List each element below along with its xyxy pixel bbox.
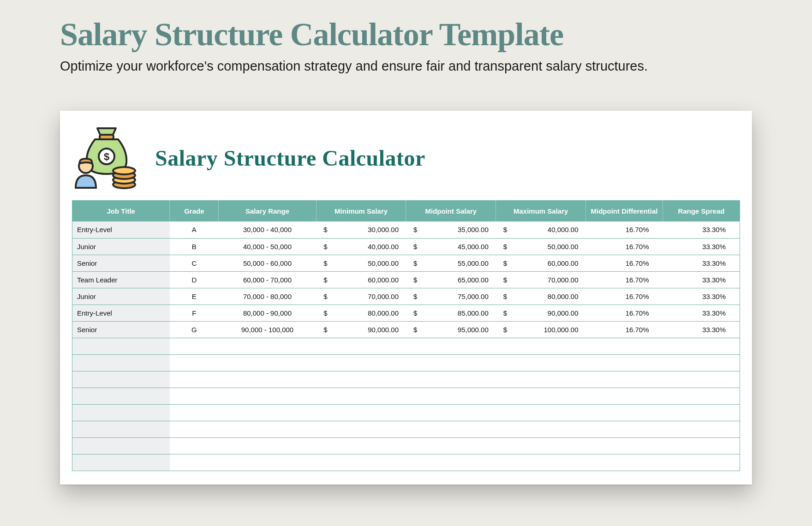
cell-grade: B xyxy=(170,238,219,255)
col-header-3: Minimum Salary xyxy=(316,201,406,222)
cell-mid: $45,000.00 xyxy=(406,238,496,255)
cell-min: $80,000.00 xyxy=(316,305,406,321)
cell-max: $60,000.00 xyxy=(496,255,586,271)
cell-min: $60,000.00 xyxy=(316,271,406,288)
table-row-empty xyxy=(72,454,740,471)
col-header-4: Midpoint Salary xyxy=(406,201,496,222)
spreadsheet-card: $ Salary Structure Calculator Job TitleG… xyxy=(60,111,752,484)
cell-max: $100,000.00 xyxy=(496,321,586,338)
cell-mid: $55,000.00 xyxy=(406,255,496,271)
cell-max: $40,000.00 xyxy=(496,221,586,238)
table-header-row: Job TitleGradeSalary RangeMinimum Salary… xyxy=(72,201,740,222)
cell-spread: 33.30% xyxy=(663,288,740,305)
cell-job: Senior xyxy=(72,255,170,271)
cell-diff: 16.70% xyxy=(586,271,663,288)
cell-job: Junior xyxy=(72,288,170,305)
table-row-empty xyxy=(72,421,740,437)
cell-diff: 16.70% xyxy=(586,238,663,255)
cell-grade: F xyxy=(170,305,219,321)
cell-max: $70,000.00 xyxy=(496,271,586,288)
col-header-0: Job Title xyxy=(72,201,170,222)
cell-job: Entry-Level xyxy=(72,221,170,238)
col-header-1: Grade xyxy=(170,201,219,222)
cell-job: Team Leader xyxy=(72,271,170,288)
cell-min: $90,000.00 xyxy=(316,321,406,338)
table-row: Team LeaderD60,000 - 70,000$60,000.00$65… xyxy=(72,271,740,288)
table-row-empty xyxy=(72,404,740,421)
cell-job: Entry-Level xyxy=(72,305,170,321)
cell-spread: 33.30% xyxy=(663,321,740,338)
cell-range: 90,000 - 100,000 xyxy=(219,321,316,338)
cell-diff: 16.70% xyxy=(586,221,663,238)
cell-min: $40,000.00 xyxy=(316,238,406,255)
col-header-6: Midpoint Differential xyxy=(586,201,663,222)
cell-grade: G xyxy=(170,321,219,338)
cell-job: Junior xyxy=(72,238,170,255)
cell-diff: 16.70% xyxy=(586,305,663,321)
cell-min: $70,000.00 xyxy=(316,288,406,305)
table-row-empty xyxy=(72,437,740,454)
cell-spread: 33.30% xyxy=(663,271,740,288)
cell-mid: $65,000.00 xyxy=(406,271,496,288)
cell-mid: $95,000.00 xyxy=(406,321,496,338)
cell-max: $80,000.00 xyxy=(496,288,586,305)
col-header-7: Range Spread xyxy=(663,201,740,222)
table-row: SeniorC50,000 - 60,000$50,000.00$55,000.… xyxy=(72,255,740,271)
table-row: JuniorE70,000 - 80,000$70,000.00$75,000.… xyxy=(72,288,740,305)
table-row: JuniorB40,000 - 50,000$40,000.00$45,000.… xyxy=(72,238,740,255)
cell-min: $50,000.00 xyxy=(316,255,406,271)
table-row: Entry-LevelF80,000 - 90,000$80,000.00$85… xyxy=(72,305,740,321)
cell-range: 70,000 - 80,000 xyxy=(219,288,316,305)
svg-point-7 xyxy=(113,167,135,174)
cell-range: 30,000 - 40,000 xyxy=(219,221,316,238)
cell-diff: 16.70% xyxy=(586,255,663,271)
card-header: $ Salary Structure Calculator xyxy=(60,111,752,200)
table-row-empty xyxy=(72,338,740,354)
cell-range: 60,000 - 70,000 xyxy=(219,271,316,288)
cell-spread: 33.30% xyxy=(663,238,740,255)
table-row: SeniorG90,000 - 100,000$90,000.00$95,000… xyxy=(72,321,740,338)
cell-min: $30,000.00 xyxy=(316,221,406,238)
col-header-5: Maximum Salary xyxy=(496,201,586,222)
cell-mid: $85,000.00 xyxy=(406,305,496,321)
card-title: Salary Structure Calculator xyxy=(155,145,425,171)
table-row-empty xyxy=(72,354,740,371)
cell-spread: 33.30% xyxy=(663,221,740,238)
cell-diff: 16.70% xyxy=(586,288,663,305)
money-bag-person-icon: $ xyxy=(72,126,141,190)
page-subtitle: Optimize your workforce's compensation s… xyxy=(60,59,812,74)
cell-diff: 16.70% xyxy=(586,321,663,338)
cell-range: 50,000 - 60,000 xyxy=(219,255,316,271)
salary-table: Job TitleGradeSalary RangeMinimum Salary… xyxy=(72,200,740,471)
table-row-empty xyxy=(72,388,740,404)
cell-grade: C xyxy=(170,255,219,271)
cell-max: $90,000.00 xyxy=(496,305,586,321)
col-header-2: Salary Range xyxy=(219,201,316,222)
page-title: Salary Structure Calculator Template xyxy=(60,16,812,53)
cell-spread: 33.30% xyxy=(663,305,740,321)
cell-grade: E xyxy=(170,288,219,305)
svg-text:$: $ xyxy=(104,151,109,162)
table-row: Entry-LevelA30,000 - 40,000$30,000.00$35… xyxy=(72,221,740,238)
cell-grade: D xyxy=(170,271,219,288)
cell-mid: $75,000.00 xyxy=(406,288,496,305)
cell-range: 40,000 - 50,000 xyxy=(219,238,316,255)
cell-spread: 33.30% xyxy=(663,255,740,271)
cell-max: $50,000.00 xyxy=(496,238,586,255)
cell-grade: A xyxy=(170,221,219,238)
table-row-empty xyxy=(72,371,740,388)
cell-job: Senior xyxy=(72,321,170,338)
cell-range: 80,000 - 90,000 xyxy=(219,305,316,321)
cell-mid: $35,000.00 xyxy=(406,221,496,238)
